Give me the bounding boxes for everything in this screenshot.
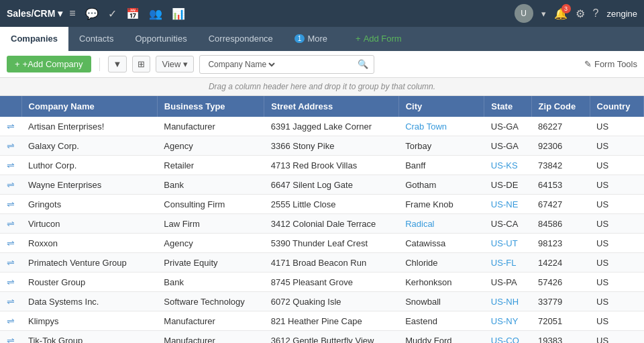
hamburger-icon[interactable]: ≡ bbox=[69, 7, 75, 19]
notification-badge: 3 bbox=[561, 4, 571, 13]
business-type-cell: Agency bbox=[157, 234, 264, 253]
table-row: ⇌ Rouster Group Bank 8745 Pleasant Grove… bbox=[0, 273, 644, 292]
settings-icon[interactable]: ⚙ bbox=[576, 7, 585, 20]
view-dropdown[interactable]: View ▾ bbox=[156, 56, 194, 72]
city-cell: Chloride bbox=[398, 253, 484, 273]
business-type-value: Software Technology bbox=[164, 297, 244, 307]
company-name-cell: Galaxy Corp. bbox=[21, 136, 157, 156]
zip-code-cell: 64153 bbox=[531, 175, 590, 195]
row-expand-icon[interactable]: ⇌ bbox=[7, 335, 15, 343]
row-expand-icon[interactable]: ⇌ bbox=[7, 257, 15, 268]
state-link[interactable]: US-UT bbox=[491, 238, 518, 248]
country-value: US bbox=[596, 141, 608, 151]
search-container: Company Name 🔍 bbox=[199, 55, 374, 74]
row-icon-cell: ⇌ bbox=[0, 292, 21, 311]
chevron-down-icon: ▾ bbox=[183, 59, 188, 69]
street-address-cell: 3366 Stony Pike bbox=[264, 136, 398, 156]
street-address-cell: 4713 Red Brook Villas bbox=[264, 156, 398, 175]
state-link[interactable]: US-KS bbox=[491, 160, 518, 170]
business-type-value: Bank bbox=[164, 277, 184, 287]
country-cell: US bbox=[590, 331, 643, 344]
row-expand-icon[interactable]: ⇌ bbox=[7, 160, 15, 170]
contacts-icon[interactable]: 👥 bbox=[149, 7, 162, 20]
search-icon[interactable]: 🔍 bbox=[358, 59, 368, 69]
search-by-select[interactable]: Company Name bbox=[205, 59, 277, 70]
nav-right: U ▾ 🔔 3 ⚙ ? zengine bbox=[515, 4, 637, 23]
row-icon-cell: ⇌ bbox=[0, 234, 21, 253]
header-company-name[interactable]: Company Name bbox=[21, 96, 157, 117]
state-link[interactable]: US-NH bbox=[491, 297, 519, 307]
tasks-icon[interactable]: ✓ bbox=[108, 7, 117, 20]
filter-button[interactable]: ▼ bbox=[108, 56, 127, 72]
row-expand-icon[interactable]: ⇌ bbox=[7, 199, 15, 209]
business-type-value: Agency bbox=[164, 141, 193, 151]
street-address-value: 2555 Little Close bbox=[271, 199, 336, 209]
group-banner: Drag a column header here and drop it to… bbox=[0, 78, 644, 96]
country-value: US bbox=[596, 297, 608, 307]
add-company-label: +Add Company bbox=[23, 59, 83, 69]
state-link[interactable]: US-CO bbox=[491, 336, 519, 344]
country-cell: US bbox=[590, 195, 643, 214]
tab-correspondence[interactable]: Correspondence bbox=[198, 27, 284, 51]
row-expand-icon[interactable]: ⇌ bbox=[7, 315, 15, 326]
header-city[interactable]: City bbox=[398, 96, 484, 117]
state-value: US-DE bbox=[491, 180, 518, 190]
table-row: ⇌ Data Systems Inc. Software Technology … bbox=[0, 292, 644, 311]
header-zip-code[interactable]: Zip Code bbox=[531, 96, 590, 117]
state-link[interactable]: US-NE bbox=[491, 199, 518, 209]
header-business-type[interactable]: Business Type bbox=[157, 96, 264, 117]
tab-opportunities-label: Opportunities bbox=[135, 34, 186, 44]
add-company-button[interactable]: + +Add Company bbox=[7, 56, 91, 72]
row-expand-icon[interactable]: ⇌ bbox=[7, 179, 15, 190]
city-value: Frame Knob bbox=[405, 199, 453, 209]
zip-code-value: 64153 bbox=[538, 180, 562, 190]
calendar-icon[interactable]: 📅 bbox=[126, 7, 140, 20]
form-tools-button[interactable]: ✎ Form Tools bbox=[584, 59, 637, 69]
city-link[interactable]: Radical bbox=[405, 219, 434, 229]
zip-code-value: 67427 bbox=[538, 199, 562, 209]
row-expand-icon[interactable]: ⇌ bbox=[7, 238, 15, 248]
company-name-cell: Data Systems Inc. bbox=[21, 292, 157, 311]
row-expand-icon[interactable]: ⇌ bbox=[7, 296, 15, 307]
brand-label[interactable]: Sales/CRM ▾ bbox=[7, 8, 62, 19]
city-link[interactable]: Crab Town bbox=[405, 121, 447, 132]
state-link[interactable]: US-FL bbox=[491, 258, 517, 268]
user-label[interactable]: zengine bbox=[606, 9, 637, 19]
row-expand-icon[interactable]: ⇌ bbox=[7, 140, 15, 151]
city-value: Chloride bbox=[405, 258, 437, 268]
row-expand-icon[interactable]: ⇌ bbox=[7, 218, 15, 229]
row-expand-icon[interactable]: ⇌ bbox=[7, 277, 15, 287]
table-row: ⇌ Artisan Enterprises! Manufacturer 6391… bbox=[0, 117, 644, 136]
tab-opportunities[interactable]: Opportunities bbox=[124, 27, 197, 51]
state-link[interactable]: US-NY bbox=[491, 316, 518, 326]
business-type-cell: Manufacturer bbox=[157, 117, 264, 136]
row-icon-cell: ⇌ bbox=[0, 195, 21, 214]
city-value: Eastend bbox=[405, 316, 437, 326]
company-name-cell: Primatech Venture Group bbox=[21, 253, 157, 273]
tab-contacts[interactable]: Contacts bbox=[68, 27, 124, 51]
notification-bell[interactable]: 🔔 3 bbox=[554, 7, 568, 20]
business-type-cell: Bank bbox=[157, 175, 264, 195]
chevron-down-icon[interactable]: ▾ bbox=[541, 9, 546, 19]
tab-more[interactable]: 1 More bbox=[284, 27, 338, 51]
header-state[interactable]: State bbox=[484, 96, 531, 117]
tab-companies[interactable]: Companies bbox=[0, 27, 68, 51]
chat-icon[interactable]: 💬 bbox=[85, 7, 99, 20]
tab-add-form[interactable]: + Add Form bbox=[345, 27, 413, 51]
header-street-address[interactable]: Street Address bbox=[264, 96, 398, 117]
zip-code-cell: 98123 bbox=[531, 234, 590, 253]
state-cell: US-NY bbox=[484, 311, 531, 331]
reports-icon[interactable]: 📊 bbox=[172, 7, 185, 20]
row-expand-icon[interactable]: ⇌ bbox=[7, 121, 15, 132]
search-input[interactable] bbox=[277, 59, 358, 69]
help-icon[interactable]: ? bbox=[593, 7, 599, 19]
header-country[interactable]: Country bbox=[590, 96, 643, 117]
grid-view-button[interactable]: ⊞ bbox=[132, 56, 150, 72]
country-cell: US bbox=[590, 117, 643, 136]
avatar[interactable]: U bbox=[515, 4, 533, 23]
table-row: ⇌ Galaxy Corp. Agency 3366 Stony Pike To… bbox=[0, 136, 644, 156]
city-value: Banff bbox=[405, 160, 425, 170]
business-type-cell: Retailer bbox=[157, 156, 264, 175]
zip-code-cell: 33779 bbox=[531, 292, 590, 311]
street-address-value: 6391 Jagged Lake Corner bbox=[271, 121, 372, 132]
